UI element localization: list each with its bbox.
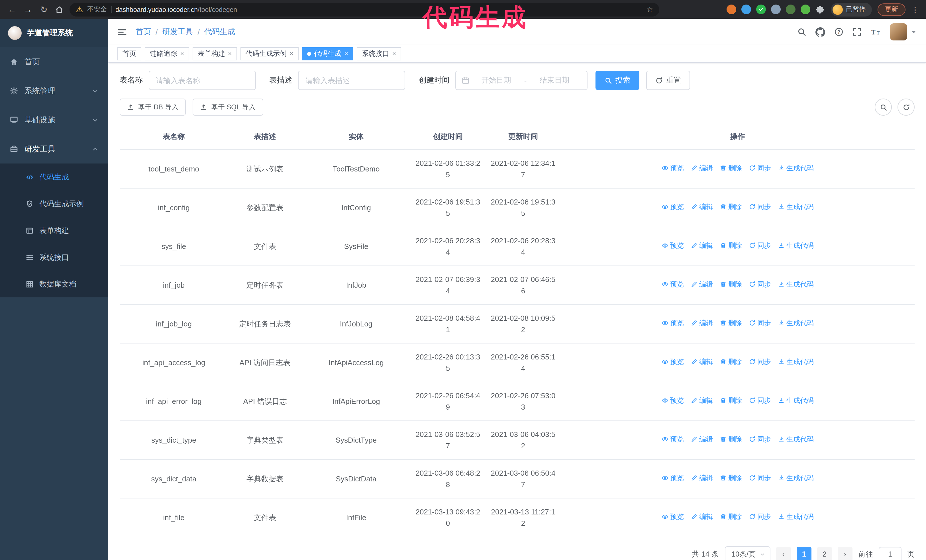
row-action-edit[interactable]: 编辑 <box>691 395 713 406</box>
row-action-generate[interactable]: 生成代码 <box>778 357 814 367</box>
table-desc-input[interactable] <box>298 71 405 90</box>
row-action-delete[interactable]: 删除 <box>720 435 742 445</box>
row-action-sync[interactable]: 同步 <box>749 279 771 290</box>
page-button-1[interactable]: 1 <box>797 547 811 560</box>
row-action-delete[interactable]: 删除 <box>720 473 742 483</box>
close-tab-icon[interactable]: × <box>344 50 348 57</box>
row-action-edit[interactable]: 编辑 <box>691 318 713 328</box>
tab-home[interactable]: 首页 <box>117 47 141 60</box>
bookmark-star-icon[interactable]: ☆ <box>646 5 653 14</box>
row-action-generate[interactable]: 生成代码 <box>778 241 814 251</box>
date-range-picker[interactable]: 开始日期 - 结束日期 <box>455 71 587 90</box>
row-action-sync[interactable]: 同步 <box>749 473 771 483</box>
font-size-icon[interactable]: TT <box>871 27 881 36</box>
row-action-edit[interactable]: 编辑 <box>691 435 713 445</box>
app-logo[interactable]: 芋道管理系统 <box>0 19 108 47</box>
row-action-edit[interactable]: 编辑 <box>691 357 713 367</box>
row-action-preview[interactable]: 预览 <box>661 163 684 174</box>
row-action-preview[interactable]: 预览 <box>661 357 684 367</box>
row-action-preview[interactable]: 预览 <box>661 279 684 290</box>
row-action-delete[interactable]: 删除 <box>720 202 742 212</box>
close-tab-icon[interactable]: × <box>228 50 232 57</box>
people-extension-icon[interactable] <box>771 5 781 14</box>
import-sql-button[interactable]: 基于 SQL 导入 <box>193 98 263 116</box>
date-end-placeholder[interactable]: 结束日期 <box>528 75 581 86</box>
close-tab-icon[interactable]: × <box>392 50 396 57</box>
row-action-delete[interactable]: 删除 <box>720 163 742 174</box>
goto-page-input[interactable] <box>879 547 902 560</box>
row-action-preview[interactable]: 预览 <box>661 241 684 251</box>
row-action-delete[interactable]: 删除 <box>720 241 742 251</box>
tab-system-api[interactable]: 系统接口× <box>357 47 401 60</box>
reset-button[interactable]: 重置 <box>646 71 690 90</box>
row-action-edit[interactable]: 编辑 <box>691 163 713 174</box>
row-action-delete[interactable]: 删除 <box>720 395 742 406</box>
sidebar-item-infra[interactable]: 基础设施 <box>0 106 108 134</box>
row-action-preview[interactable]: 预览 <box>661 512 684 522</box>
browser-back-button[interactable]: ← <box>7 5 17 14</box>
user-avatar[interactable] <box>890 23 907 41</box>
row-action-sync[interactable]: 同步 <box>749 395 771 406</box>
row-action-generate[interactable]: 生成代码 <box>778 395 814 406</box>
tab-form-builder[interactable]: 表单构建× <box>193 47 237 60</box>
tab-codegen[interactable]: 代码生成× <box>302 47 353 60</box>
next-page-button[interactable]: › <box>838 547 852 560</box>
search-icon[interactable] <box>797 27 806 36</box>
help-icon[interactable]: ? <box>834 27 843 36</box>
breadcrumb-item[interactable]: 代码生成 <box>204 27 235 37</box>
table-name-input[interactable] <box>148 71 256 90</box>
row-action-sync[interactable]: 同步 <box>749 512 771 522</box>
fox-extension-icon[interactable] <box>726 5 736 14</box>
sprout-extension-icon[interactable] <box>785 5 795 14</box>
sidebar-item-db-doc[interactable]: 数据库文档 <box>0 270 108 297</box>
breadcrumb-item[interactable]: 首页 <box>136 27 151 37</box>
row-action-edit[interactable]: 编辑 <box>691 241 713 251</box>
github-icon[interactable] <box>816 27 825 37</box>
row-action-edit[interactable]: 编辑 <box>691 202 713 212</box>
row-action-sync[interactable]: 同步 <box>749 357 771 367</box>
row-action-generate[interactable]: 生成代码 <box>778 512 814 522</box>
page-size-select[interactable]: 10条/页 <box>725 546 770 560</box>
row-action-preview[interactable]: 预览 <box>661 318 684 328</box>
import-db-button[interactable]: 基于 DB 导入 <box>120 98 186 116</box>
prev-page-button[interactable]: ‹ <box>776 547 791 560</box>
row-action-generate[interactable]: 生成代码 <box>778 202 814 212</box>
sidebar-item-home[interactable]: 首页 <box>0 47 108 76</box>
row-action-generate[interactable]: 生成代码 <box>778 163 814 174</box>
row-action-sync[interactable]: 同步 <box>749 318 771 328</box>
chevron-down-icon[interactable] <box>911 29 917 35</box>
date-start-placeholder[interactable]: 开始日期 <box>469 75 523 86</box>
drop-extension-icon[interactable] <box>741 5 751 14</box>
sidebar-item-codegen-example[interactable]: 代码生成示例 <box>0 190 108 217</box>
row-action-generate[interactable]: 生成代码 <box>778 318 814 328</box>
search-button[interactable]: 搜索 <box>596 71 639 90</box>
breadcrumb-item[interactable]: 研发工具 <box>162 27 193 37</box>
close-tab-icon[interactable]: × <box>289 50 294 57</box>
leaf-extension-icon[interactable] <box>800 5 810 14</box>
row-action-generate[interactable]: 生成代码 <box>778 279 814 290</box>
close-tab-icon[interactable]: × <box>180 50 184 57</box>
row-action-edit[interactable]: 编辑 <box>691 473 713 483</box>
row-action-preview[interactable]: 预览 <box>661 435 684 445</box>
row-action-edit[interactable]: 编辑 <box>691 279 713 290</box>
browser-menu-button[interactable]: ⋮ <box>911 5 919 14</box>
browser-forward-button[interactable]: → <box>23 5 33 14</box>
tab-codegen-example[interactable]: 代码生成示例× <box>241 47 299 60</box>
row-action-delete[interactable]: 删除 <box>720 318 742 328</box>
row-action-generate[interactable]: 生成代码 <box>778 473 814 483</box>
tab-tracer[interactable]: 链路追踪× <box>145 47 189 60</box>
row-action-preview[interactable]: 预览 <box>661 395 684 406</box>
check-extension-icon[interactable] <box>756 5 766 14</box>
browser-update-button[interactable]: 更新 <box>878 3 905 16</box>
row-action-sync[interactable]: 同步 <box>749 241 771 251</box>
row-action-edit[interactable]: 编辑 <box>691 512 713 522</box>
sidebar-item-codegen[interactable]: 代码生成 <box>0 163 108 190</box>
search-toggle-button[interactable] <box>875 98 892 116</box>
row-action-delete[interactable]: 删除 <box>720 279 742 290</box>
puzzle-extension-icon[interactable] <box>815 5 825 14</box>
row-action-preview[interactable]: 预览 <box>661 202 684 212</box>
sidebar-toggle-button[interactable] <box>117 27 127 37</box>
address-bar[interactable]: 不安全 dashboard.yudao.iocoder.cn/tool/code… <box>70 3 659 16</box>
browser-home-button[interactable] <box>55 5 64 14</box>
row-action-sync[interactable]: 同步 <box>749 435 771 445</box>
